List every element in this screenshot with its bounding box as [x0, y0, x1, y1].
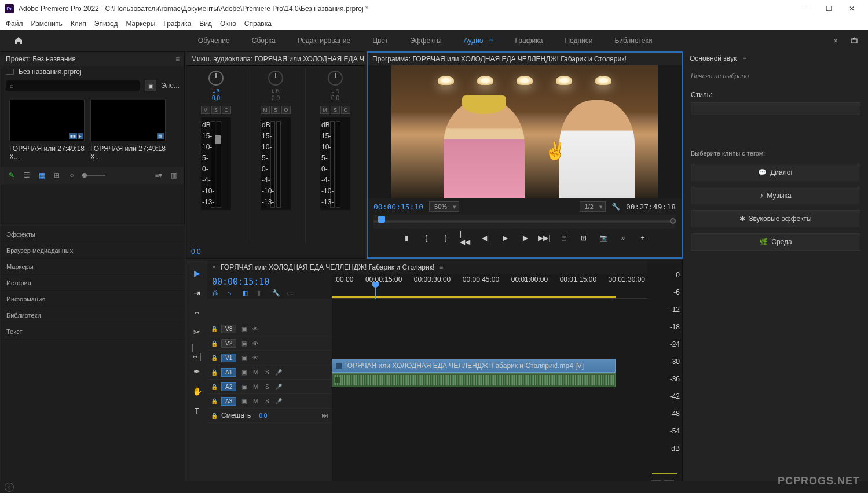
settings-icon[interactable]: 🔧: [611, 203, 620, 211]
zoom-slider[interactable]: [82, 175, 105, 176]
mute-button[interactable]: M: [201, 106, 210, 114]
workspace-assembly[interactable]: Сборка: [252, 36, 276, 45]
lock-icon[interactable]: 🔒: [211, 384, 218, 390]
toggle-icon[interactable]: ▣: [240, 384, 248, 390]
project-item[interactable]: ■■▸ ГОРЯЧАЯ или Х...27:49:18: [9, 100, 85, 161]
workspace-audio[interactable]: Аудио: [464, 36, 484, 45]
razor-tool[interactable]: ✂: [191, 326, 203, 338]
track-a1[interactable]: 🔒A1▣MS🎤: [207, 365, 332, 380]
search-input[interactable]: [6, 80, 140, 91]
video-clip[interactable]: ГОРЯЧАЯ или ХОЛОДНАЯ ЕДА ЧЕЛЛЕНДЖ! Габар…: [332, 359, 616, 373]
panel-effects[interactable]: Эффекты: [1, 226, 185, 242]
eye-icon[interactable]: 👁: [251, 355, 259, 361]
audio-clip[interactable]: [332, 373, 616, 387]
mute-icon[interactable]: M: [251, 369, 259, 376]
play-button[interactable]: ▶: [499, 232, 511, 244]
track-a3[interactable]: 🔒A3▣MS🎤: [207, 394, 332, 409]
eye-icon[interactable]: 👁: [251, 326, 259, 332]
in-point-button[interactable]: {: [420, 232, 432, 244]
toggle-icon[interactable]: ▣: [240, 398, 248, 404]
cc-icon[interactable]: ○: [5, 483, 14, 492]
slip-tool[interactable]: |↔|: [191, 346, 203, 358]
track-v3[interactable]: 🔒V3▣👁: [207, 322, 332, 336]
new-bin-button[interactable]: ▣: [145, 80, 156, 91]
solo-icon[interactable]: S: [263, 369, 271, 376]
menu-markers[interactable]: Маркеры: [126, 20, 155, 28]
workspace-color[interactable]: Цвет: [372, 36, 388, 45]
menu-file[interactable]: Файл: [6, 20, 23, 28]
workspace-graphics[interactable]: Графика: [515, 36, 543, 45]
toggle-icon[interactable]: ▣: [240, 326, 248, 332]
pan-knob[interactable]: [328, 71, 343, 86]
menu-view[interactable]: Вид: [199, 20, 212, 28]
expand-icon[interactable]: ⏭: [321, 411, 328, 420]
lock-icon[interactable]: 🔒: [211, 326, 218, 332]
voice-icon[interactable]: 🎤: [274, 384, 283, 390]
mute-icon[interactable]: M: [251, 384, 259, 390]
mute-icon[interactable]: M: [251, 398, 259, 404]
toggle-icon[interactable]: ▣: [240, 369, 248, 376]
goto-out-button[interactable]: ▶▶|: [539, 232, 550, 244]
record-button[interactable]: O: [222, 106, 231, 114]
toggle-icon[interactable]: ▣: [240, 340, 248, 347]
lift-button[interactable]: ⊟: [558, 232, 570, 244]
timeline-ruler[interactable]: :00:00 00:00:15:00 00:00:30:00 00:00:45:…: [332, 274, 647, 299]
panel-text[interactable]: Текст: [1, 323, 185, 340]
link-icon[interactable]: ∩: [227, 289, 236, 299]
hand-tool[interactable]: ✋: [191, 385, 203, 397]
list-view-icon[interactable]: ☰: [22, 171, 31, 180]
timeline-content[interactable]: ГОРЯЧАЯ или ХОЛОДНАЯ ЕДА ЧЕЛЛЕНДЖ! Габар…: [332, 299, 647, 481]
panel-markers[interactable]: Маркеры: [1, 259, 185, 275]
volume-fader[interactable]: [215, 135, 221, 144]
panel-libraries[interactable]: Библиотеки: [1, 307, 185, 323]
type-tool[interactable]: T: [191, 405, 203, 417]
cc-icon[interactable]: cc: [287, 289, 296, 299]
solo-button[interactable]: S: [331, 106, 340, 114]
zoom-select[interactable]: 50%: [429, 201, 459, 212]
track-select-tool[interactable]: ⇥: [191, 287, 203, 299]
step-fwd-button[interactable]: |▶: [519, 232, 530, 244]
workspace-learning[interactable]: Обучение: [198, 36, 230, 45]
panel-info[interactable]: Информация: [1, 291, 185, 307]
freeform-view-icon[interactable]: ⊞: [52, 171, 61, 180]
track-a2[interactable]: 🔒A2▣MS🎤: [207, 380, 332, 394]
resolution-select[interactable]: 1/2: [580, 201, 606, 212]
marker-button[interactable]: ▮: [401, 232, 412, 244]
solo-button[interactable]: S: [211, 106, 221, 114]
tag-ambience-button[interactable]: 🌿Среда: [691, 233, 860, 251]
export-frame-button[interactable]: 📷: [598, 232, 609, 244]
menu-edit[interactable]: Изменить: [31, 20, 63, 28]
pan-value[interactable]: 0,0: [331, 95, 339, 101]
workspace-captions[interactable]: Подписи: [565, 36, 592, 45]
out-point-button[interactable]: }: [440, 232, 452, 244]
menu-help[interactable]: Справка: [244, 20, 272, 28]
panel-media-browser[interactable]: Браузер медиаданных: [1, 242, 185, 259]
pan-value[interactable]: 0,0: [272, 95, 280, 101]
playhead-icon[interactable]: [378, 216, 385, 223]
snap-icon[interactable]: ⁂: [212, 289, 221, 299]
style-select[interactable]: [691, 102, 860, 115]
project-item[interactable]: ▦ ГОРЯЧАЯ или Х...27:49:18: [90, 100, 166, 161]
workspace-libraries[interactable]: Библиотеки: [614, 36, 652, 45]
filter-label[interactable]: Эле...: [161, 82, 180, 90]
record-button[interactable]: O: [341, 106, 350, 114]
menu-graphics[interactable]: Графика: [163, 20, 191, 28]
program-viewport[interactable]: [368, 65, 682, 198]
toggle-icon[interactable]: ▣: [240, 355, 248, 361]
workspace-audio-menu-icon[interactable]: ≡: [489, 36, 493, 45]
extract-button[interactable]: ⊞: [578, 232, 589, 244]
mute-button[interactable]: M: [261, 106, 270, 114]
tag-music-button[interactable]: ♪Музыка: [691, 187, 860, 204]
maximize-button[interactable]: ☐: [817, 0, 840, 17]
icon-view-icon[interactable]: ▦: [37, 171, 46, 180]
master-value[interactable]: 0,0: [191, 248, 201, 256]
eye-icon[interactable]: 👁: [251, 340, 259, 347]
add-button[interactable]: +: [637, 232, 649, 244]
marker-icon[interactable]: ◧: [242, 289, 251, 299]
tag-sfx-button[interactable]: ✱Звуковые эффекты: [691, 210, 860, 227]
lock-icon[interactable]: 🔒: [211, 369, 218, 376]
ripple-edit-tool[interactable]: ↔: [191, 307, 203, 318]
track-v2[interactable]: 🔒V2▣👁: [207, 336, 332, 351]
wrench-icon[interactable]: 🔧: [272, 289, 281, 299]
pan-knob[interactable]: [208, 71, 224, 86]
